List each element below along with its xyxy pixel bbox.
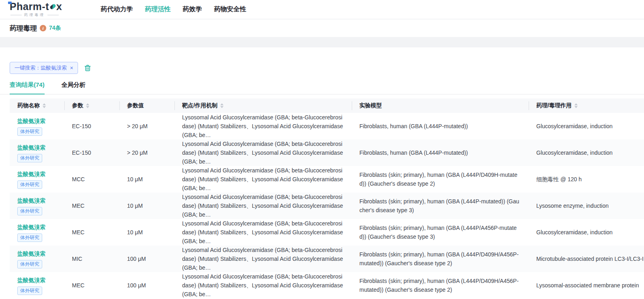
table-row: 盐酸氨溴索 体外研究 MCC 10 μM Lysosomal Acid Gluc… [10, 166, 644, 193]
tabs-row: 查询结果(74) 全局分析 [0, 81, 644, 94]
drug-name-link[interactable]: 盐酸氨溴索 [17, 117, 45, 125]
drug-name-link[interactable]: 盐酸氨溴索 [17, 196, 45, 205]
content-area: 一键搜索：盐酸氨溴索 × 查询结果(74) 全局分析 药物名称 参数 [0, 62, 644, 299]
study-type-badge: 体外研究 [17, 287, 42, 295]
top-bar: Pharm-tx 药理毒理 药代动力学 药理活性 药效学 药物安全性 [0, 0, 644, 19]
table-row: 盐酸氨溴索 体外研究 EC-150 > 20 μM Lysosomal Acid… [10, 113, 644, 139]
brand-name-prefix: Pharm-t [10, 1, 49, 12]
drug-name-cell: 盐酸氨溴索 体外研究 [10, 193, 64, 219]
parameter-cell: MIC [64, 246, 119, 272]
pharm-tox-effect-cell: Glucosylceramidase, induction [529, 139, 644, 166]
record-count: 74条 [49, 25, 61, 32]
pill-icon [49, 3, 56, 10]
experiment-model-cell: Fibroblasts (skin; primary), human (GBA … [352, 246, 529, 272]
brand-subtitle: 药理毒理 [10, 12, 62, 18]
target-mechanism-cell: Lysosomal Acid Glucosylceramidase (GBA; … [174, 166, 352, 193]
target-mechanism-cell: Lysosomal Acid Glucosylceramidase (GBA; … [174, 193, 352, 219]
experiment-model-cell: Fibroblasts (skin; primary), human (GBA … [352, 193, 529, 219]
drug-name-cell: 盐酸氨溴索 体外研究 [10, 113, 64, 139]
experiment-model-cell: Fibroblasts (skin; primary), human (GBA … [352, 272, 529, 299]
target-mechanism-cell: Lysosomal Acid Glucosylceramidase (GBA; … [174, 272, 352, 299]
drug-name-link[interactable]: 盐酸氨溴索 [17, 276, 45, 285]
filter-row: 一键搜索：盐酸氨溴索 × [10, 62, 644, 74]
main-nav: 药代动力学 药理活性 药效学 药物安全性 [100, 5, 246, 14]
close-icon[interactable]: × [70, 65, 73, 71]
column-header-target-mechanism[interactable]: 靶点/作用机制 [174, 98, 352, 113]
parameter-cell: EC-150 [64, 113, 119, 139]
experiment-model-cell: Fibroblasts, human (GBA (L444P-mutated)) [352, 113, 529, 139]
pharm-tox-effect-cell: Microtubule-associated protein LC3-I/LC3… [529, 246, 644, 272]
drug-name-cell: 盐酸氨溴索 体外研究 [10, 166, 64, 193]
search-filter-tag[interactable]: 一键搜索：盐酸氨溴索 × [10, 62, 78, 74]
drug-name-cell: 盐酸氨溴索 体外研究 [10, 272, 64, 299]
study-type-badge: 体外研究 [17, 233, 42, 242]
experiment-model-cell: Fibroblasts, human (GBA (L444P-mutated)) [352, 139, 529, 166]
divider [10, 15, 22, 15]
trash-icon [84, 64, 92, 72]
clear-filters-button[interactable] [84, 64, 92, 72]
sort-icon[interactable] [574, 103, 578, 108]
column-header-experiment-model: 实验模型 [352, 98, 529, 113]
page-title: 药理毒理 [10, 24, 37, 33]
table-row: 盐酸氨溴索 体外研究 EC-150 > 20 μM Lysosomal Acid… [10, 139, 644, 166]
brand-logo[interactable]: Pharm-tx 药理毒理 [10, 1, 62, 18]
column-header-parameter-value: 参数值 [119, 98, 174, 113]
parameter-cell: MCC [64, 166, 119, 193]
brand-name: Pharm-tx [10, 1, 62, 12]
pharm-tox-effect-cell: Glucosylceramidase, induction [529, 113, 644, 139]
nav-item-pharmacodynamics[interactable]: 药效学 [183, 5, 202, 14]
study-type-badge: 体外研究 [17, 260, 42, 268]
parameter-value-cell: 10 μM [119, 193, 174, 219]
study-type-badge: 体外研究 [17, 180, 42, 189]
tab-query-results[interactable]: 查询结果(74) [10, 81, 45, 94]
experiment-model-cell: Fibroblasts (skin; primary), human (GBA … [352, 219, 529, 246]
pharm-tox-effect-cell: Glucosylceramidase, induction [529, 219, 644, 246]
table-row: 盐酸氨溴索 体外研究 MIC 100 μM Lysosomal Acid Glu… [10, 246, 644, 272]
info-icon[interactable]: i [40, 25, 46, 31]
column-header-parameter[interactable]: 参数 [64, 98, 119, 113]
parameter-value-cell: 100 μM [119, 272, 174, 299]
drug-name-link[interactable]: 盐酸氨溴索 [17, 143, 45, 152]
column-header-drug-name[interactable]: 药物名称 [10, 98, 64, 113]
drug-name-cell: 盐酸氨溴索 体外研究 [10, 246, 64, 272]
study-type-badge: 体外研究 [17, 127, 42, 136]
nav-item-drug-safety[interactable]: 药物安全性 [214, 5, 246, 14]
table-row: 盐酸氨溴索 体外研究 MEC 10 μM Lysosomal Acid Gluc… [10, 193, 644, 219]
sort-icon[interactable] [220, 103, 224, 108]
column-header-pharm-tox-effect[interactable]: 药理/毒理作用 [529, 98, 644, 113]
table-row: 盐酸氨溴索 体外研究 MEC 10 μM Lysosomal Acid Gluc… [10, 219, 644, 246]
brand-name-suffix: x [56, 1, 62, 12]
parameter-value-cell: > 20 μM [119, 113, 174, 139]
target-mechanism-cell: Lysosomal Acid Glucosylceramidase (GBA; … [174, 246, 352, 272]
parameter-cell: EC-150 [64, 139, 119, 166]
page-background-band [0, 37, 644, 47]
parameter-value-cell: 10 μM [119, 166, 174, 193]
search-filter-label: 一键搜索：盐酸氨溴索 [14, 64, 67, 72]
parameter-cell: MEC [64, 272, 119, 299]
parameter-value-cell: 10 μM [119, 219, 174, 246]
sort-icon[interactable] [43, 103, 46, 108]
study-type-badge: 体外研究 [17, 154, 42, 162]
tab-global-analysis[interactable]: 全局分析 [62, 81, 86, 94]
target-mechanism-cell: Lysosomal Acid Glucosylceramidase (GBA; … [174, 219, 352, 246]
table-header: 药物名称 参数 参数值 靶点/作用机制 实验模型 药理/毒理作用 [10, 98, 644, 113]
nav-item-pharmacological-activity[interactable]: 药理活性 [145, 5, 170, 14]
drug-name-link[interactable]: 盐酸氨溴索 [17, 249, 45, 258]
table-row: 盐酸氨溴索 体外研究 MEC 100 μM Lysosomal Acid Glu… [10, 272, 644, 299]
table-body: 盐酸氨溴索 体外研究 EC-150 > 20 μM Lysosomal Acid… [10, 113, 644, 299]
drug-name-cell: 盐酸氨溴索 体外研究 [10, 219, 64, 246]
nav-item-pharmacokinetics[interactable]: 药代动力学 [100, 5, 133, 14]
target-mechanism-cell: Lysosomal Acid Glucosylceramidase (GBA; … [174, 139, 352, 166]
drug-name-link[interactable]: 盐酸氨溴索 [17, 170, 45, 178]
pharm-tox-effect-cell: 细胞毒性 @ 120 h [529, 166, 644, 193]
pharm-tox-effect-cell: Lysosome enzyme, induction [529, 193, 644, 219]
sort-icon[interactable] [86, 103, 89, 108]
drug-name-link[interactable]: 盐酸氨溴索 [17, 223, 45, 231]
logo-flag-icon [8, 2, 12, 4]
experiment-model-cell: Fibroblasts (skin; primary), human (GBA … [352, 166, 529, 193]
pharm-tox-effect-cell: Lysosomal-associated membrane protein [529, 272, 644, 299]
study-type-badge: 体外研究 [17, 207, 42, 215]
results-table: 药物名称 参数 参数值 靶点/作用机制 实验模型 药理/毒理作用 [10, 98, 644, 299]
drug-name-cell: 盐酸氨溴索 体外研究 [10, 139, 64, 166]
parameter-cell: MEC [64, 219, 119, 246]
